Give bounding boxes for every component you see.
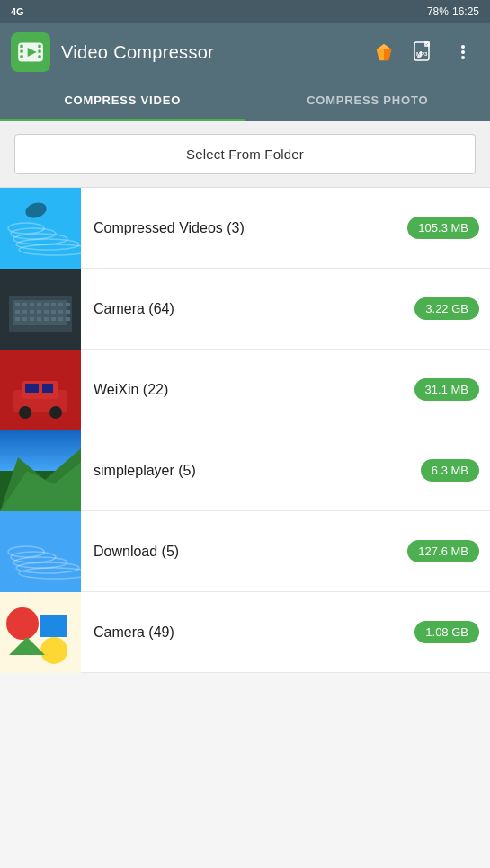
- folder-thumbnail: [0, 188, 81, 269]
- folder-size-badge: 127.6 MB: [407, 540, 479, 562]
- more-options-icon: [454, 43, 472, 61]
- folder-item[interactable]: WeiXin (22)31.1 MB: [0, 350, 490, 430]
- svg-rect-7: [38, 55, 40, 58]
- thumbnail-canvas: [0, 269, 81, 350]
- folder-name: simpleplayer (5): [94, 463, 408, 479]
- header-actions: MP3: [368, 36, 479, 68]
- svg-rect-3: [20, 50, 22, 53]
- folder-info: Camera (64): [81, 301, 414, 317]
- gem-button[interactable]: [368, 36, 400, 68]
- folder-thumbnail: [0, 430, 81, 511]
- status-bar: 4G 78% 16:25: [0, 0, 490, 23]
- folder-item[interactable]: simpleplayer (5)6.3 MB: [0, 430, 490, 511]
- select-folder-button[interactable]: Select From Folder: [14, 134, 476, 174]
- folder-size-badge: 6.3 MB: [421, 459, 479, 482]
- thumbnail-canvas: [0, 350, 81, 430]
- folder-info: Compressed Videos (3): [81, 220, 407, 236]
- folder-info: Download (5): [81, 544, 407, 560]
- tab-compress-photo[interactable]: COMPRESS PHOTO: [245, 81, 491, 120]
- battery-indicator: 78%: [427, 5, 449, 18]
- folder-item[interactable]: Camera (49)1.08 GB: [0, 592, 490, 673]
- folder-name: Download (5): [94, 544, 395, 560]
- network-type: 4G: [11, 6, 24, 17]
- app-title: Video Compressor: [61, 42, 357, 63]
- svg-rect-4: [20, 55, 22, 58]
- folder-item[interactable]: Compressed Videos (3)105.3 MB: [0, 188, 490, 269]
- svg-rect-5: [38, 45, 40, 48]
- thumbnail-canvas: [0, 188, 81, 269]
- folder-name: WeiXin (22): [94, 382, 402, 398]
- folder-size-badge: 3.22 GB: [414, 297, 479, 320]
- svg-point-20: [461, 56, 465, 59]
- time-display: 16:25: [452, 5, 479, 18]
- more-options-button[interactable]: [447, 36, 479, 68]
- folder-thumbnail: [0, 511, 81, 592]
- folder-info: simpleplayer (5): [81, 463, 421, 479]
- app-logo: [11, 32, 50, 72]
- thumbnail-canvas: [0, 511, 81, 592]
- folder-item[interactable]: Download (5)127.6 MB: [0, 511, 490, 592]
- gem-icon: [373, 41, 395, 63]
- app-header: Video Compressor MP3: [0, 23, 490, 81]
- svg-rect-2: [20, 45, 22, 48]
- folder-list: Compressed Videos (3)105.3 MBCamera (64)…: [0, 188, 490, 673]
- thumbnail-canvas: [0, 430, 81, 511]
- folder-name: Camera (64): [94, 301, 402, 317]
- svg-point-19: [461, 50, 465, 54]
- folder-size-badge: 105.3 MB: [407, 217, 479, 239]
- folder-thumbnail: [0, 269, 81, 350]
- folder-size-badge: 1.08 GB: [414, 621, 479, 643]
- folder-name: Compressed Videos (3): [94, 220, 395, 236]
- folder-info: WeiXin (22): [81, 382, 414, 398]
- folder-info: Camera (49): [81, 624, 414, 641]
- svg-point-18: [461, 45, 465, 49]
- mp3-icon: MP3: [412, 40, 435, 64]
- folder-thumbnail: [0, 350, 81, 430]
- select-folder-container: Select From Folder: [0, 121, 490, 188]
- thumbnail-canvas: [0, 592, 81, 673]
- folder-name: Camera (49): [94, 624, 402, 641]
- folder-item[interactable]: Camera (64)3.22 GB: [0, 269, 490, 350]
- folder-thumbnail: [0, 592, 81, 673]
- svg-rect-6: [38, 50, 40, 53]
- folder-size-badge: 31.1 MB: [414, 378, 479, 401]
- tab-bar: COMPRESS VIDEO COMPRESS PHOTO: [0, 81, 490, 121]
- app-logo-icon: [17, 39, 44, 66]
- mp3-button[interactable]: MP3: [407, 36, 440, 68]
- tab-compress-video[interactable]: COMPRESS VIDEO: [0, 81, 245, 120]
